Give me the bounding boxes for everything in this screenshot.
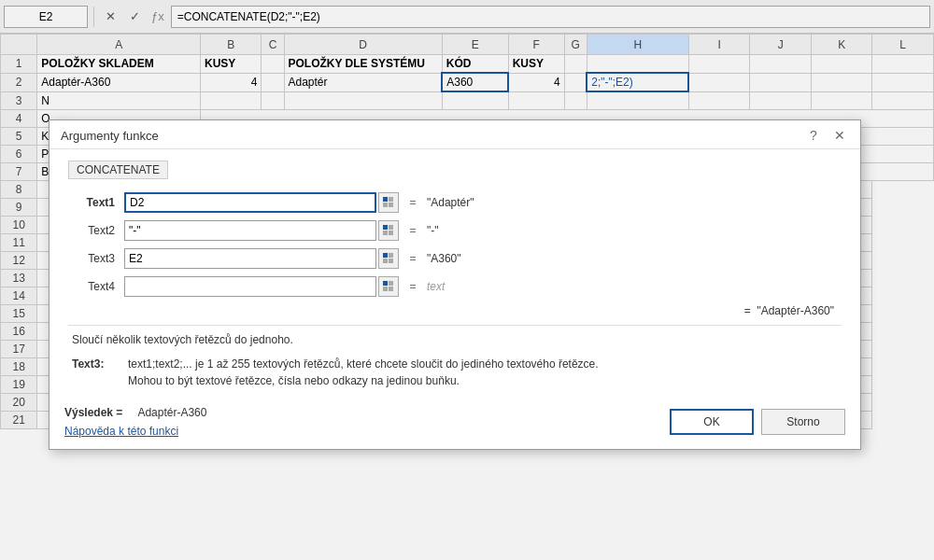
dialog-help-text: Text3: text1;text2;... je 1 až 255 texto…	[68, 356, 842, 389]
arg-icon-text4[interactable]	[378, 276, 399, 297]
function-arguments-dialog: Argumenty funkce ? ✕ CONCATENATE Text1	[49, 119, 861, 450]
spreadsheet: E2 ✕ ✓ ƒx	[0, 0, 934, 560]
svg-rect-9	[389, 253, 393, 258]
svg-rect-11	[389, 259, 393, 263]
arg-icon-text3[interactable]	[378, 248, 399, 269]
arg-input-text4[interactable]	[124, 276, 376, 297]
dialog-buttons: OK Storno	[670, 409, 845, 435]
svg-rect-15	[389, 287, 393, 291]
arg-equals-text4: =	[399, 280, 427, 293]
arg-value-text4: text	[427, 280, 445, 293]
arg-icon-text1[interactable]	[378, 192, 399, 213]
grid-select-icon-2	[382, 224, 395, 237]
arg-equals-text2: =	[399, 224, 427, 237]
dialog-help-icon[interactable]: ?	[804, 128, 823, 143]
help-link[interactable]: Nápověda k této funkci	[64, 425, 178, 438]
result-line: Výsledek = Adaptér-A360	[64, 406, 206, 419]
help-line-2: Mohou to být textové řetězce, čísla nebo…	[128, 372, 842, 389]
svg-rect-8	[383, 253, 388, 258]
result-value: Adaptér-A360	[137, 406, 206, 419]
arg-equals-text1: =	[399, 196, 427, 209]
dialog-titlebar: Argumenty funkce ? ✕	[50, 120, 860, 149]
arg-label-text1: Text1	[68, 196, 124, 209]
svg-rect-4	[383, 225, 388, 230]
dialog-divider	[68, 325, 842, 326]
arg-value-text1: "Adaptér"	[427, 196, 474, 209]
arg-row-text1: Text1 = "Adaptér"	[68, 192, 842, 213]
arg-input-text1[interactable]	[124, 192, 376, 213]
svg-rect-3	[389, 203, 393, 207]
help-line-1: text1;text2;... je 1 až 255 textových ře…	[128, 356, 842, 372]
cancel-button[interactable]: Storno	[761, 409, 845, 435]
svg-rect-13	[389, 281, 393, 286]
arg-label-text2: Text2	[68, 224, 124, 237]
equals-result-value: "Adaptér-A360"	[757, 304, 834, 317]
arg-label-text3: Text3	[68, 252, 124, 265]
arg-row-text2: Text2 = "-"	[68, 220, 842, 241]
dialog-overlay: Argumenty funkce ? ✕ CONCATENATE Text1	[0, 0, 934, 560]
result-label: Výsledek =	[64, 406, 122, 419]
svg-rect-0	[383, 197, 388, 202]
arg-input-text3[interactable]	[124, 248, 376, 269]
dialog-title: Argumenty funkce	[61, 129, 159, 143]
arg-label-text4: Text4	[68, 280, 124, 293]
svg-rect-6	[383, 231, 388, 235]
arg-icon-text2[interactable]	[378, 220, 399, 241]
svg-rect-10	[383, 259, 388, 263]
arg-row-text4: Text4 = text	[68, 276, 842, 297]
svg-rect-14	[383, 287, 388, 291]
grid-select-icon-4	[382, 280, 395, 293]
arg-input-text2[interactable]	[124, 220, 376, 241]
svg-rect-7	[389, 231, 393, 235]
help-link-container: Nápověda k této funkci	[64, 425, 206, 438]
arg-equals-text3: =	[399, 252, 427, 265]
svg-rect-1	[389, 197, 393, 202]
help-label: Text3:	[72, 356, 128, 389]
grid-select-icon-3	[382, 252, 395, 265]
dialog-description: Sloučí několik textových řetězců do jedn…	[68, 333, 842, 346]
svg-rect-5	[389, 225, 393, 230]
dialog-body: CONCATENATE Text1 = "Adaptér"	[50, 149, 860, 397]
dialog-footer: Výsledek = Adaptér-A360 Nápověda k této …	[50, 397, 860, 449]
help-content: text1;text2;... je 1 až 255 textových ře…	[128, 356, 842, 389]
svg-rect-2	[383, 203, 388, 207]
dialog-close-button[interactable]: ✕	[830, 128, 849, 143]
footer-left: Výsledek = Adaptér-A360 Nápověda k této …	[64, 406, 206, 438]
dialog-equals-result: = "Adaptér-A360"	[68, 304, 842, 317]
svg-rect-12	[383, 281, 388, 286]
ok-button[interactable]: OK	[670, 409, 754, 435]
function-name: CONCATENATE	[68, 161, 168, 179]
arg-value-text2: "-"	[427, 224, 439, 237]
dialog-controls: ? ✕	[804, 128, 849, 143]
arg-row-text3: Text3 = "A360"	[68, 248, 842, 269]
arg-value-text3: "A360"	[427, 252, 461, 265]
grid-select-icon	[382, 196, 395, 209]
